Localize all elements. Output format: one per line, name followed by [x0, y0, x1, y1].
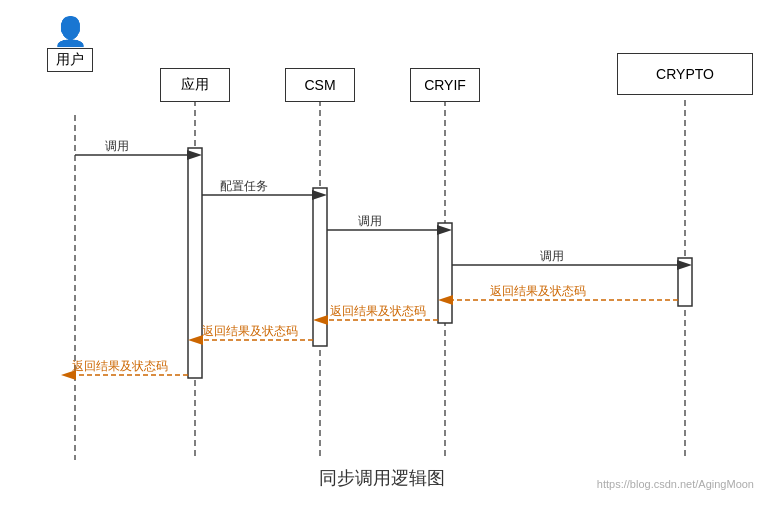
actor-user: 👤 用户: [47, 18, 93, 72]
diagram-title: 同步调用逻辑图: [319, 466, 445, 490]
lifeline-csm: CSM: [285, 68, 355, 102]
svg-marker-25: [313, 315, 328, 325]
svg-text:调用: 调用: [105, 139, 129, 153]
lifeline-crypto: CRYPTO: [617, 53, 753, 95]
watermark: https://blog.csdn.net/AgingMoon: [597, 478, 754, 490]
lifeline-cryif: CRYIF: [410, 68, 480, 102]
lifeline-app: 应用: [160, 68, 230, 102]
svg-text:调用: 调用: [540, 249, 564, 263]
svg-rect-7: [438, 223, 452, 323]
svg-text:返回结果及状态码: 返回结果及状态码: [330, 304, 426, 318]
svg-marker-10: [187, 150, 202, 160]
svg-marker-28: [188, 335, 203, 345]
sequence-diagram: 调用 配置任务 调用 调用 返回结果及状态码 返回结果及状态码 返回结果及状态码…: [0, 0, 764, 508]
svg-rect-8: [678, 258, 692, 306]
svg-text:返回结果及状态码: 返回结果及状态码: [490, 284, 586, 298]
svg-marker-31: [61, 370, 76, 380]
svg-text:返回结果及状态码: 返回结果及状态码: [202, 324, 298, 338]
user-icon: 👤: [53, 18, 88, 46]
svg-text:调用: 调用: [358, 214, 382, 228]
svg-rect-5: [188, 148, 202, 378]
svg-marker-19: [677, 260, 692, 270]
svg-rect-6: [313, 188, 327, 346]
svg-marker-13: [312, 190, 327, 200]
svg-text:配置任务: 配置任务: [220, 179, 268, 193]
svg-marker-16: [437, 225, 452, 235]
svg-text:返回结果及状态码: 返回结果及状态码: [72, 359, 168, 373]
user-label: 用户: [47, 48, 93, 72]
svg-marker-22: [438, 295, 453, 305]
